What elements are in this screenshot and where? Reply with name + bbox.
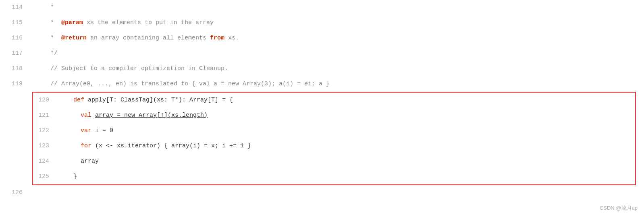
code-line-119: 119 // Array(e0, ..., en) is translated … — [0, 76, 644, 92]
line-content-121: val array = new Array[T](xs.length) — [59, 110, 635, 122]
line-number-125: 125 — [35, 171, 59, 183]
code-line-125: 125 } — [33, 169, 635, 184]
line-content-114: * — [32, 2, 644, 14]
line-number-117: 117 — [0, 48, 32, 60]
line-content-115: * @param xs the elements to put in the a… — [32, 17, 644, 29]
line-number-120: 120 — [35, 94, 59, 106]
line-content-118: // Subject to a compiler optimization in… — [32, 63, 644, 75]
line-content-119: // Array(e0, ..., en) is translated to {… — [32, 78, 644, 90]
line-number-121: 121 — [35, 110, 59, 122]
line-content-123: for (x <- xs.iterator) { array(i) = x; i… — [59, 140, 635, 152]
code-line-122: 122 var i = 0 — [33, 123, 635, 139]
code-line-126: 126 — [0, 185, 644, 201]
line-number-122: 122 — [35, 125, 59, 137]
line-number-123: 123 — [35, 140, 59, 152]
code-line-124: 124 array — [33, 154, 635, 169]
line-number-116: 116 — [0, 32, 32, 44]
line-content-117: */ — [32, 48, 644, 60]
line-content-120: def apply[T: ClassTag](xs: T*): Array[T]… — [59, 94, 635, 106]
code-line-121: 121 val array = new Array[T](xs.length) — [33, 108, 635, 123]
code-line-114: 114 * — [0, 0, 644, 15]
code-line-115: 115 * @param xs the elements to put in t… — [0, 15, 644, 31]
watermark: CSDN @流月up — [600, 205, 638, 212]
line-number-126: 126 — [0, 187, 32, 199]
line-number-119: 119 — [0, 78, 32, 90]
line-content-124: array — [59, 155, 635, 167]
code-line-118: 118 // Subject to a compiler optimizatio… — [0, 61, 644, 76]
line-content-122: var i = 0 — [59, 125, 635, 137]
code-line-116: 116 * @return an array containing all el… — [0, 31, 644, 46]
code-line-120: 120 def apply[T: ClassTag](xs: T*): Arra… — [33, 93, 635, 108]
line-number-114: 114 — [0, 2, 32, 14]
code-line-123: 123 for (x <- xs.iterator) { array(i) = … — [33, 139, 635, 154]
code-editor: 114 * 115 * @param xs the elements to pu… — [0, 0, 644, 215]
highlighted-code-block: 120 def apply[T: ClassTag](xs: T*): Arra… — [32, 92, 636, 185]
code-line-117: 117 */ — [0, 46, 644, 61]
line-number-118: 118 — [0, 63, 32, 75]
line-content-116: * @return an array containing all elemen… — [32, 32, 644, 44]
line-content-125: } — [59, 171, 635, 183]
line-number-124: 124 — [35, 155, 59, 167]
line-number-115: 115 — [0, 17, 32, 29]
